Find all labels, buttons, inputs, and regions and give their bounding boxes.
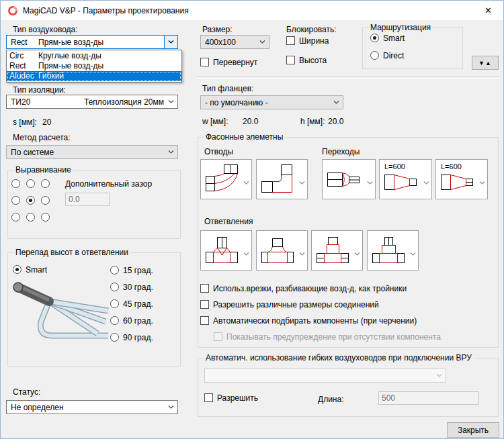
bend-type-button-1[interactable] <box>200 159 252 199</box>
insulation-value-name: Теплоизоляция 20мм <box>84 97 164 107</box>
branch-conical-tee-icon <box>204 234 239 266</box>
branches-label: Ответвления <box>204 217 253 226</box>
align-radio-bottom-left[interactable] <box>11 213 20 222</box>
branch-rect-tee-icon <box>315 234 350 266</box>
fittings-group-caption: Фасонные элеметны <box>204 132 285 142</box>
transition-type-button-2[interactable]: L=600 <box>379 159 432 199</box>
align-radio-mid-left[interactable] <box>11 196 20 205</box>
angle-90-radio[interactable]: 90 град. <box>110 333 153 342</box>
chevron-down-icon <box>410 248 416 258</box>
branch-type-button-1[interactable] <box>200 230 252 271</box>
lock-width-checkbox[interactable]: Ширина <box>286 36 329 46</box>
chevron-down-icon <box>354 248 360 258</box>
angle-45-radio[interactable]: 45 град. <box>110 299 153 309</box>
lock-height-checkbox[interactable]: Высота <box>286 56 327 65</box>
flex-duct-group: Автоматич. использование гибких воздухов… <box>198 358 499 417</box>
collapse-expand-button[interactable]: ▼▲ <box>472 56 499 70</box>
transition-type-button-1[interactable] <box>322 159 376 199</box>
transition-length-label: L=600 <box>384 162 405 170</box>
dropdown-option-circ[interactable]: Circ Круглые возд-ды <box>7 51 181 61</box>
angle-60-radio[interactable]: 60 град. <box>110 316 153 326</box>
branch-saddle-tee-icon <box>371 234 406 266</box>
transition-l600-icon <box>383 173 418 196</box>
chevron-down-icon <box>330 96 343 109</box>
status-combobox[interactable]: Не определен <box>6 400 178 414</box>
insulation-s-label: s [мм]: <box>13 117 37 127</box>
flex-duct-group-caption: Автоматич. использование гибких воздухов… <box>204 353 474 362</box>
calc-method-combobox[interactable]: По системе <box>6 145 178 159</box>
flange-h-value: 20.0 <box>328 117 343 126</box>
align-radio-center-selected[interactable] <box>26 196 35 205</box>
angle-15-radio[interactable]: 15 град. <box>110 266 153 275</box>
height-diff-group-caption: Перепад высот в ответвлении <box>13 248 130 257</box>
routing-group-caption: Маршрутизация <box>368 23 433 32</box>
insulation-combobox[interactable]: ТИ20 Теплоизоляция 20мм <box>6 95 178 109</box>
dropdown-option-rect[interactable]: Rect Прям-ые возд-ды <box>7 61 181 71</box>
calc-method-value: По системе <box>11 148 54 157</box>
flex-duct-combobox <box>204 369 446 383</box>
transition-length-label: L=600 <box>441 162 462 170</box>
branch-smooth-tee-icon <box>260 234 295 266</box>
flex-length-label: Длина: <box>318 395 343 404</box>
close-dialog-button[interactable]: Закрыть <box>447 422 499 438</box>
chevron-down-icon <box>165 401 177 413</box>
transition-type-button-3[interactable]: L=600 <box>435 159 488 199</box>
branch-type-button-2[interactable] <box>256 230 308 271</box>
chevron-down-icon <box>423 177 429 187</box>
bend-type-button-2[interactable] <box>256 159 308 199</box>
align-radio-top-left[interactable] <box>11 179 20 188</box>
insulation-type-label: Тип изоляции: <box>13 85 66 95</box>
duct-type-combobox[interactable]: Rect Прям-ые возд-ды <box>6 35 178 49</box>
show-missing-component-warning-checkbox: Показывать предупреждение при отсутствии… <box>214 332 441 342</box>
angle-30-radio[interactable]: 30 град. <box>110 283 153 292</box>
alignment-group-caption: Выравнивание <box>13 165 73 175</box>
use-taps-as-tees-checkbox[interactable]: Использ.врезки, разбивающие возд-д, как … <box>200 284 407 293</box>
flex-allow-checkbox[interactable]: Разрешить <box>204 393 258 403</box>
chevron-down-icon <box>243 248 249 258</box>
flange-combobox[interactable]: - по умолчанию - <box>200 95 343 109</box>
extra-gap-input <box>65 193 110 206</box>
size-value: 400x100 <box>205 38 236 47</box>
chevron-down-icon <box>367 177 373 187</box>
chevron-down-icon <box>256 36 269 48</box>
chevron-down-icon <box>299 177 305 187</box>
flipped-checkbox[interactable]: Перевернут <box>200 58 257 67</box>
duct-type-label: Тип воздуховода: <box>13 25 78 34</box>
duct-type-value-code: Rect <box>11 38 28 47</box>
branch-type-button-4[interactable] <box>367 230 419 271</box>
align-radio-top-right[interactable] <box>41 179 50 188</box>
extra-gap-label: Дополнительный зазор <box>65 179 152 189</box>
size-label: Размер: <box>202 25 233 34</box>
chevron-down-icon <box>243 177 249 187</box>
align-radio-bottom-center[interactable] <box>26 213 35 222</box>
chevron-down-icon <box>479 177 485 187</box>
align-radio-mid-right[interactable] <box>41 196 50 205</box>
allow-different-connection-sizes-checkbox[interactable]: Разрешить различные размеры соединений <box>200 300 379 309</box>
lock-label: Блокировать: <box>286 25 337 34</box>
chevron-down-icon <box>165 95 177 108</box>
calc-method-label: Метод расчета: <box>13 133 71 142</box>
branch-type-button-3[interactable] <box>311 230 363 271</box>
transition-concentric-icon <box>326 166 361 193</box>
bends-label: Отводы <box>204 147 233 156</box>
chevron-down-icon <box>299 248 305 258</box>
flange-value: - по умолчанию - <box>205 98 268 107</box>
align-radio-bottom-right[interactable] <box>41 213 50 222</box>
duct-type-value-name: Прям-ые возд-ды <box>38 38 103 47</box>
auto-select-components-checkbox[interactable]: Автоматически подбирать компоненты (при … <box>200 316 417 326</box>
close-button[interactable]: ✕ <box>473 1 503 20</box>
status-label: Статус: <box>13 387 40 397</box>
align-radio-top-center[interactable] <box>26 179 35 188</box>
bend-mitred-icon <box>260 163 295 195</box>
routing-direct-radio[interactable]: Direct <box>370 51 404 60</box>
transition-l600-flanged-icon <box>439 173 474 196</box>
chevron-down-icon <box>165 146 177 158</box>
separator-line <box>197 76 499 79</box>
size-combobox[interactable]: 400x100 <box>200 35 269 49</box>
routing-smart-radio[interactable]: Smart <box>370 34 405 43</box>
window-title: MagiCAD V&P - Параметры проектирования <box>23 6 189 15</box>
dropdown-option-aludec-selected[interactable]: Aludec Гибкий <box>7 71 181 81</box>
down-up-arrows-icon: ▼▲ <box>478 60 492 66</box>
height-diff-smart-radio[interactable]: Smart <box>13 265 47 275</box>
chevron-down-icon <box>164 36 177 48</box>
